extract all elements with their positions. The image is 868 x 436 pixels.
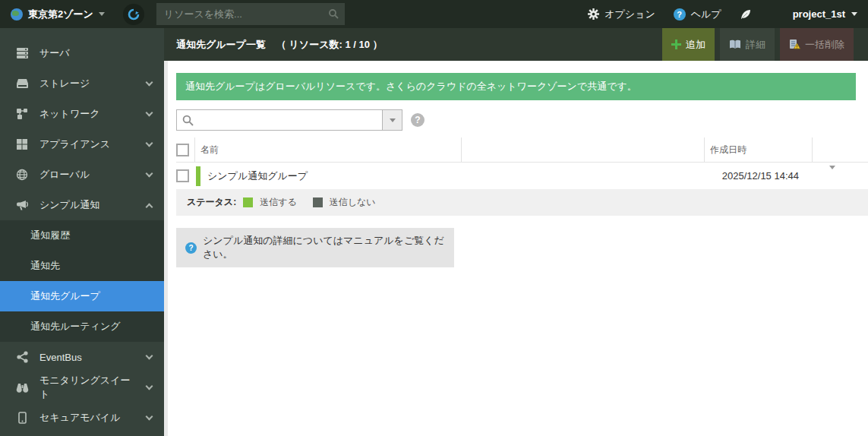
sidebar-subitem-notification-routing[interactable]: 通知先ルーティング	[0, 311, 164, 342]
bulk-delete-button[interactable]: 一括削除	[780, 28, 854, 61]
chevron-down-icon	[390, 118, 396, 122]
mobile-icon	[15, 412, 29, 424]
sidebar-subitem-notification-group[interactable]: 通知先グループ	[0, 281, 164, 311]
feedback-button[interactable]	[740, 8, 752, 21]
project-selector[interactable]: project_1st	[793, 8, 857, 20]
sidebar-item-secure-mobile[interactable]: セキュアモバイル	[0, 403, 164, 433]
global-search-input[interactable]	[156, 3, 345, 25]
sidebar-item-eventbus[interactable]: EventBus	[0, 342, 164, 372]
row-description-cell	[462, 163, 705, 189]
chevron-down-icon	[146, 109, 153, 116]
detail-button-label: 詳細	[746, 38, 765, 52]
sidebar-subitem-label: 通知先	[30, 259, 60, 273]
column-header-actions	[813, 137, 852, 162]
legend-swatch-send	[243, 197, 253, 207]
sidebar-item-network[interactable]: ネットワーク	[0, 99, 164, 129]
chevron-down-icon	[146, 412, 153, 420]
sidebar-item-server[interactable]: サーバ	[0, 38, 164, 68]
server-icon	[15, 47, 29, 59]
column-header-created: 作成日時	[705, 137, 813, 162]
refresh-icon	[128, 8, 140, 21]
zone-selector[interactable]: 東京第2ゾーン	[0, 0, 112, 28]
add-button[interactable]: 追加	[662, 28, 715, 61]
plus-icon	[671, 39, 681, 49]
top-header: 東京第2ゾーン オプション	[0, 0, 868, 28]
bulk-delete-button-label: 一括削除	[805, 38, 844, 52]
options-label: オプション	[604, 8, 655, 21]
search-icon	[328, 8, 339, 19]
select-all-checkbox[interactable]	[176, 144, 189, 156]
filter-search-input[interactable]	[177, 110, 382, 130]
filter-search-box	[176, 109, 402, 131]
page-title: 通知先グループ一覧	[164, 38, 266, 52]
row-checkbox[interactable]	[176, 169, 189, 182]
manual-info-bar: ? シンプル通知の詳細についてはマニュアルをご覧ください。	[176, 228, 454, 267]
detail-button[interactable]: 詳細	[720, 28, 775, 61]
sidebar: サーバ ストレージ ネットワーク アプライアンス	[0, 28, 164, 436]
sidebar-item-label: ネットワーク	[39, 107, 136, 121]
add-button-label: 追加	[686, 38, 705, 52]
sidebar-subitem-label: 通知履歴	[30, 229, 70, 242]
sidebar-subitem-notification-history[interactable]: 通知履歴	[0, 220, 164, 251]
help-button[interactable]: ? ヘルプ	[674, 8, 721, 21]
sidebar-item-label: グローバル	[39, 168, 136, 182]
binoculars-icon	[15, 382, 29, 393]
delete-warning-icon	[789, 39, 800, 50]
share-icon	[15, 351, 29, 363]
zone-label: 東京第2ゾーン	[28, 8, 93, 21]
status-legend: ステータス: 送信する 送信しない	[176, 189, 868, 216]
refresh-button[interactable]	[123, 4, 144, 25]
sidebar-item-monitoring-suite[interactable]: モニタリングスイート	[0, 372, 164, 403]
table-row[interactable]: シンプル通知グループ 2025/12/15 14:44	[176, 163, 868, 189]
toolbar: 通知先グループ一覧 （ リソース数: 1 / 10 ） 追加 詳細	[164, 28, 868, 61]
book-icon	[729, 39, 741, 49]
help-icon: ?	[674, 8, 686, 21]
row-menu-button[interactable]	[829, 169, 835, 183]
sidebar-item-global[interactable]: グローバル	[0, 160, 164, 190]
gear-icon	[588, 8, 599, 20]
sidebar-item-simple-notification[interactable]: シンプル通知	[0, 190, 164, 220]
row-name: シンプル通知グループ	[207, 169, 308, 183]
info-text: シンプル通知の詳細についてはマニュアルをご覧ください。	[203, 234, 445, 261]
sidebar-item-appliance[interactable]: アプライアンス	[0, 129, 164, 160]
sidebar-item-label: ストレージ	[39, 77, 136, 90]
sidebar-item-label: シンプル通知	[39, 198, 136, 212]
sidebar-item-label: アプライアンス	[39, 137, 136, 151]
filter-help-icon[interactable]: ?	[411, 113, 425, 127]
sidebar-item-storage[interactable]: ストレージ	[0, 68, 164, 99]
sidebar-item-label: セキュアモバイル	[39, 411, 136, 425]
legend-label-send: 送信する	[260, 196, 297, 209]
column-header-name: 名前	[195, 137, 462, 162]
column-header-description	[462, 137, 705, 162]
legend-swatch-no-send	[313, 197, 323, 207]
filter-dropdown-button[interactable]	[382, 110, 402, 130]
chevron-down-icon	[146, 78, 153, 86]
legend-label-no-send: 送信しない	[330, 196, 376, 209]
megaphone-icon	[15, 200, 29, 211]
main-content: 通知先グループはグローバルリソースです。さくらのクラウドの全ネットワークゾーンで…	[168, 61, 868, 436]
legend-title: ステータス:	[187, 196, 236, 209]
project-label: project_1st	[793, 8, 845, 20]
appliance-icon	[15, 138, 29, 150]
chevron-up-icon	[146, 203, 153, 210]
sidebar-subitem-label: 通知先ルーティング	[30, 320, 121, 333]
sidebar-item-label: EventBus	[39, 352, 136, 363]
row-created-cell: 2025/12/15 14:44	[705, 163, 813, 189]
filter-row: ?	[176, 109, 856, 131]
row-name-cell: シンプル通知グループ	[195, 163, 462, 189]
table-header: 名前 作成日時	[176, 137, 868, 163]
resource-count: （ リソース数: 1 / 10 ）	[276, 38, 383, 52]
search-icon	[182, 115, 194, 126]
chevron-down-icon	[851, 12, 857, 16]
sidebar-item-label: サーバ	[39, 46, 152, 60]
global-resource-notice: 通知先グループはグローバルリソースです。さくらのクラウドの全ネットワークゾーンで…	[176, 73, 856, 100]
chevron-down-icon	[99, 12, 105, 16]
options-button[interactable]: オプション	[588, 8, 655, 21]
chevron-down-icon	[829, 166, 835, 182]
sidebar-subitem-notification-destination[interactable]: 通知先	[0, 251, 164, 281]
chevron-down-icon	[146, 352, 153, 359]
toolbar-buttons: 追加 詳細 一括削除	[662, 28, 868, 61]
simple-notification-submenu: 通知履歴 通知先 通知先グループ 通知先ルーティング	[0, 220, 164, 342]
help-label: ヘルプ	[691, 8, 721, 21]
zone-globe-icon	[11, 8, 23, 21]
